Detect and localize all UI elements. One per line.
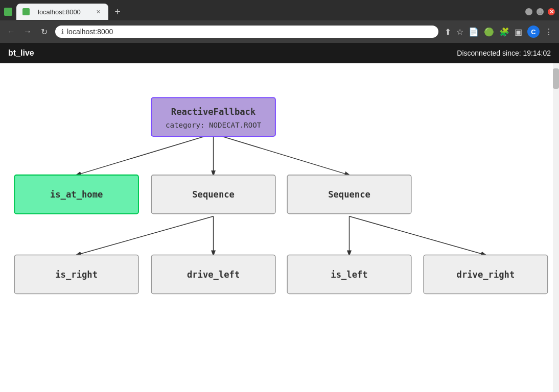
browser-tab[interactable]: localhost:8000 ✕ (16, 4, 108, 20)
window-close-button[interactable]: ✕ (548, 8, 555, 15)
address-input[interactable]: ℹ localhost:8000 (55, 26, 438, 38)
lock-icon: ℹ (61, 28, 64, 35)
new-tab-button[interactable]: + (110, 5, 125, 19)
node-is_at_home-label: is_at_home (50, 189, 103, 200)
toolbar-icons: ⬆ ☆ 📄 🟢 🧩 ▣ C ⋮ (445, 26, 553, 38)
node-seq1-label: Sequence (192, 189, 235, 200)
node-root[interactable] (151, 97, 275, 136)
app-title: bt_live (8, 48, 34, 58)
edge-root-is_at_home (77, 134, 214, 175)
puzzle-icon[interactable]: 🧩 (499, 27, 509, 37)
node-drive_left-label: drive_left (187, 270, 240, 280)
edge-root-seq2 (214, 134, 350, 175)
node-root-label: ReactiveFallback (171, 107, 256, 117)
reader-view-icon[interactable]: ▣ (515, 27, 522, 37)
window-controls: − □ ✕ (525, 8, 555, 15)
url-display: localhost:8000 (67, 28, 113, 36)
menu-icon[interactable]: ⋮ (545, 27, 553, 37)
node-drive_right-label: drive_right (457, 270, 515, 280)
tab-title: localhost:8000 (38, 8, 90, 16)
tab-close-button[interactable]: ✕ (94, 8, 102, 16)
edge-seq1-is_right (77, 216, 214, 255)
edge-seq2-drive_right (349, 216, 485, 255)
refresh-button[interactable]: ↻ (39, 27, 49, 37)
extension-icon-circle[interactable]: 🟢 (484, 27, 494, 37)
node-is_right-label: is_right (55, 270, 98, 280)
share-icon[interactable]: ⬆ (445, 27, 451, 37)
forward-button[interactable]: → (22, 27, 33, 36)
bookmark-icon[interactable]: ☆ (456, 27, 463, 37)
browser-chrome: localhost:8000 ✕ + − □ ✕ ← → ↻ ℹ localho… (0, 0, 559, 43)
tree-svg: ReactiveFallback category: NODECAT.ROOT … (0, 63, 559, 392)
scrollbar[interactable] (553, 63, 559, 392)
address-bar: ← → ↻ ℹ localhost:8000 ⬆ ☆ 📄 🟢 🧩 ▣ C ⋮ (0, 20, 559, 43)
tab-favicon (22, 8, 30, 15)
window-minimize-button[interactable]: − (525, 8, 532, 15)
window-maximize-button[interactable]: □ (537, 8, 544, 15)
page-actions-icon[interactable]: 📄 (469, 27, 479, 37)
scrollbar-thumb[interactable] (553, 68, 559, 89)
connection-status: Disconnected since: 19:14:02 (457, 49, 551, 57)
browser-logo-icon (4, 8, 12, 16)
node-root-sublabel: category: NODECAT.ROOT (166, 121, 262, 129)
tree-area: ReactiveFallback category: NODECAT.ROOT … (0, 63, 559, 392)
profile-icon[interactable]: C (527, 26, 540, 38)
node-is_left-label: is_left (331, 270, 367, 280)
node-seq2-label: Sequence (328, 189, 370, 200)
back-button[interactable]: ← (6, 27, 16, 36)
tab-bar: localhost:8000 ✕ + − □ ✕ (0, 0, 559, 20)
app-header: bt_live Disconnected since: 19:14:02 (0, 43, 559, 63)
